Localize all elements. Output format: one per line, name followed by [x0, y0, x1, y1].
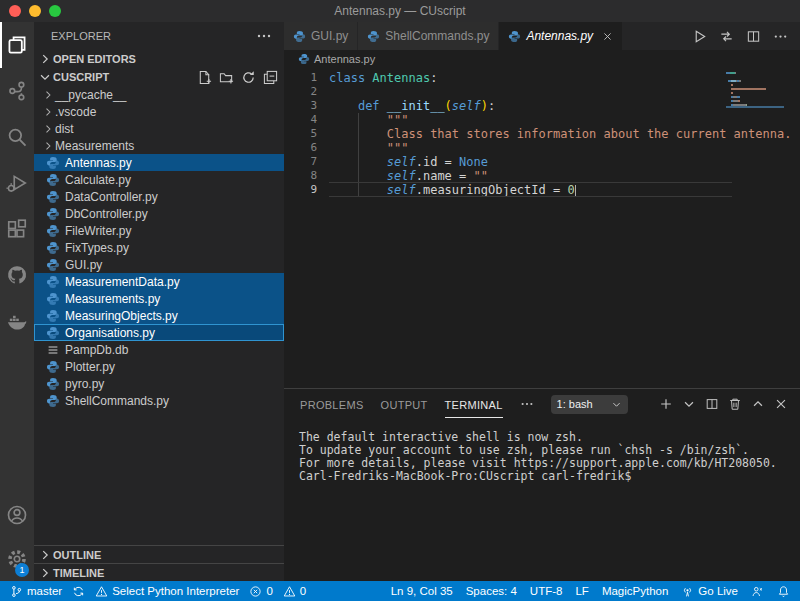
tree-item-MeasuringObjects.py[interactable]: MeasuringObjects.py — [34, 307, 284, 324]
activity-item-run-debug[interactable] — [0, 160, 34, 206]
chevron-right-icon — [42, 123, 54, 135]
code-line-5: 5 Class that stores information about th… — [284, 127, 800, 141]
tree-item-.vscode[interactable]: .vscode — [34, 103, 284, 120]
new-folder-button[interactable] — [219, 70, 234, 85]
explorer-sidebar: EXPLORER OPEN EDITORS CUSCRIPT __pycache… — [34, 22, 284, 581]
panel-tab-problems[interactable]: PROBLEMS — [300, 391, 364, 418]
play-button[interactable] — [692, 29, 707, 44]
tree-item-Measurements.py[interactable]: Measurements.py — [34, 290, 284, 307]
tab-ShellCommands.py[interactable]: ShellCommands.py — [358, 22, 499, 50]
status-item-cursor-position[interactable]: Ln 9, Col 35 — [391, 585, 453, 597]
ellipsis-icon — [773, 29, 788, 44]
activity-item-accounts[interactable] — [0, 493, 34, 537]
code-editor[interactable]: 1class Antennas:23 def __init__(self):4 … — [284, 68, 800, 388]
collapse-all-icon — [263, 70, 278, 85]
timeline-section[interactable]: TIMELINE — [34, 563, 284, 581]
activity-item-explorer[interactable] — [0, 22, 34, 68]
sidebar-title: EXPLORER — [51, 30, 111, 42]
panel-more-actions-button[interactable] — [520, 397, 534, 411]
status-item-language-mode[interactable]: MagicPython — [602, 585, 668, 597]
new-file-button[interactable] — [197, 70, 212, 85]
code-line-1: 1class Antennas: — [284, 71, 800, 85]
panel-tab-terminal[interactable]: TERMINAL — [445, 391, 503, 418]
status-item-error-count[interactable]: 0 — [249, 585, 272, 598]
activity-item-docker[interactable] — [0, 298, 34, 344]
python-icon — [46, 360, 60, 374]
terminal-select[interactable]: 1: bash — [551, 395, 628, 414]
title-bar[interactable]: Antennas.py — CUscript — [0, 0, 800, 22]
status-item-sync[interactable] — [72, 585, 85, 598]
tree-item-pyro.py[interactable]: pyro.py — [34, 375, 284, 392]
ellipsis-button[interactable] — [773, 29, 788, 44]
tab-close-button[interactable] — [602, 31, 613, 42]
tree-item-FixTypes.py[interactable]: FixTypes.py — [34, 239, 284, 256]
status-item-eol[interactable]: LF — [575, 585, 588, 597]
status-item-notifications[interactable] — [777, 585, 790, 598]
plus-icon — [659, 397, 673, 411]
status-item-encoding[interactable]: UTF-8 — [530, 585, 563, 597]
minimap[interactable] — [726, 72, 784, 108]
timeline-label: TIMELINE — [53, 567, 104, 579]
collapse-all-button[interactable] — [263, 70, 278, 85]
close-window-button[interactable] — [9, 5, 21, 17]
activity-item-extensions[interactable] — [0, 206, 34, 252]
python-icon — [293, 30, 306, 43]
tree-item-GUI.py[interactable]: GUI.py — [34, 256, 284, 273]
tree-item-MeasurementData.py[interactable]: MeasurementData.py — [34, 273, 284, 290]
tab-Antennas.py[interactable]: Antennas.py — [499, 22, 623, 50]
activity-item-settings[interactable]: 1 — [0, 537, 34, 581]
chevron-down-button[interactable] — [682, 397, 696, 411]
line-number: 2 — [284, 85, 317, 99]
status-item-git-branch[interactable]: master — [10, 585, 62, 598]
tree-item-dist[interactable]: dist — [34, 120, 284, 137]
chevron-right-icon — [38, 52, 52, 66]
status-item-indentation[interactable]: Spaces: 4 — [466, 585, 517, 597]
bell-icon — [777, 585, 790, 598]
breadcrumb[interactable]: Antennas.py — [284, 50, 800, 68]
activity-bar: 1 — [0, 22, 34, 581]
status-item-python-interpreter[interactable]: Select Python Interpreter — [95, 585, 239, 598]
debug-icon — [6, 172, 28, 194]
tree-item-__pycache__[interactable]: __pycache__ — [34, 86, 284, 103]
bottom-panel: PROBLEMSOUTPUTTERMINAL 1: bash The defau… — [284, 388, 800, 581]
split-editor-button[interactable] — [705, 397, 719, 411]
tree-item-FileWriter.py[interactable]: FileWriter.py — [34, 222, 284, 239]
status-item-warning-count[interactable]: 0 — [283, 585, 306, 598]
explorer-more-actions-button[interactable] — [256, 28, 272, 44]
tree-item-ShellCommands.py[interactable]: ShellCommands.py — [34, 392, 284, 409]
status-bar-right: Ln 9, Col 35Spaces: 4UTF-8LFMagicPythonG… — [378, 585, 790, 598]
tree-item-Antennas.py[interactable]: Antennas.py — [34, 154, 284, 171]
panel-tab-output[interactable]: OUTPUT — [381, 391, 428, 418]
trash-button[interactable] — [728, 397, 742, 411]
open-changes-button[interactable] — [719, 29, 734, 44]
split-editor-button[interactable] — [746, 29, 761, 44]
tree-item-DbController.py[interactable]: DbController.py — [34, 205, 284, 222]
plus-button[interactable] — [659, 397, 673, 411]
tree-item-Measurements[interactable]: Measurements — [34, 137, 284, 154]
python-icon — [298, 53, 310, 65]
open-editors-section[interactable]: OPEN EDITORS — [34, 50, 284, 68]
activity-item-source-control[interactable] — [0, 68, 34, 114]
status-item-feedback[interactable] — [751, 585, 764, 598]
zoom-window-button[interactable] — [49, 5, 61, 17]
project-section-header[interactable]: CUSCRIPT — [34, 68, 284, 86]
activity-item-github[interactable] — [0, 252, 34, 298]
tree-item-Plotter.py[interactable]: Plotter.py — [34, 358, 284, 375]
close-button[interactable] — [774, 397, 788, 411]
status-item-go-live[interactable]: Go Live — [681, 585, 738, 598]
line-number: 4 — [284, 113, 317, 127]
minimize-window-button[interactable] — [29, 5, 41, 17]
tab-GUI.py[interactable]: GUI.py — [284, 22, 358, 50]
outline-section[interactable]: OUTLINE — [34, 545, 284, 563]
line-number: 6 — [284, 141, 317, 155]
tree-item-Calculate.py[interactable]: Calculate.py — [34, 171, 284, 188]
activity-item-search[interactable] — [0, 114, 34, 160]
refresh-icon — [241, 70, 256, 85]
tree-item-Organisations.py[interactable]: Organisations.py — [34, 324, 284, 341]
chevron-up-button[interactable] — [751, 397, 765, 411]
tree-item-PampDb.db[interactable]: PampDb.db — [34, 341, 284, 358]
tree-item-DataController.py[interactable]: DataController.py — [34, 188, 284, 205]
refresh-button[interactable] — [241, 70, 256, 85]
outline-label: OUTLINE — [53, 549, 101, 561]
terminal-output[interactable]: The default interactive shell is now zsh… — [284, 419, 800, 581]
